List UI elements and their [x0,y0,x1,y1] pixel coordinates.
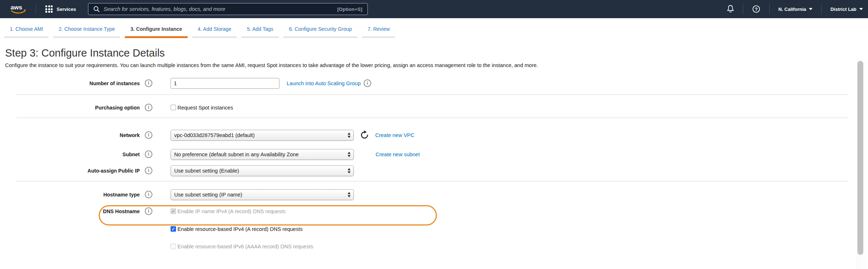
info-icon[interactable] [145,191,152,198]
auto-assign-public-ip-label: Auto-assign Public IP [0,168,140,174]
nav-divider [821,4,822,14]
dns-hostname-label: DNS Hostname [0,208,140,214]
number-of-instances-input[interactable] [171,78,279,89]
region-selector[interactable]: N. California [778,7,813,12]
global-search-input[interactable]: Search for services, features, blogs, do… [88,3,368,15]
hostname-type-select-value: Use subnet setting (IP name) [174,192,344,198]
request-spot-instances-checkbox[interactable] [171,105,176,110]
enable-resource-based-ipv6-checkbox [171,244,176,249]
hostname-type-label: Hostname type [0,192,140,198]
info-icon[interactable] [145,167,152,174]
section-divider [16,94,848,95]
account-label: District Lab [830,7,856,12]
region-label: N. California [778,7,806,12]
enable-ip-name-ipv4-label: Enable IP name IPv4 (A record) DNS reque… [177,208,286,214]
network-row: Network vpc-0d033d287579eabd1 (default) … [0,129,868,141]
request-spot-instances-label: Request Spot instances [177,105,233,111]
chevron-down-icon [859,8,863,10]
info-icon[interactable] [145,79,152,87]
tab-add-tags[interactable]: 5. Add Tags [241,26,279,38]
hostname-type-select[interactable]: Use subnet setting (IP name) [171,189,354,200]
page-title: Step 3: Configure Instance Details [5,47,868,59]
tab-choose-ami[interactable]: 1. Choose AMI [4,26,49,38]
nav-divider [36,4,36,14]
configure-instance-form: Number of instances Launch into Auto Sca… [0,78,868,251]
dns-hostname-row-3: Enable resource-based IPv6 (AAAA record)… [0,243,868,251]
svg-text:?: ? [755,7,758,12]
network-label: Network [0,132,140,138]
launch-into-auto-scaling-group-link[interactable]: Launch into Auto Scaling Group [287,80,361,86]
aws-logo[interactable]: aws [9,3,27,15]
purchasing-option-label: Purchasing option [0,105,140,111]
account-menu[interactable]: District Lab [830,7,863,12]
info-icon[interactable] [145,150,152,158]
network-select[interactable]: vpc-0d033d287579eabd1 (default) [171,130,354,141]
search-shortcut-hint: [Option+S] [337,7,362,12]
tab-configure-security-group[interactable]: 6. Configure Security Group [283,26,357,38]
info-icon[interactable] [364,79,371,87]
select-arrows-icon [348,192,351,197]
subnet-select[interactable]: No preference (default subnet in any Ava… [171,149,354,160]
enable-resource-based-ipv4-checkbox[interactable] [171,226,176,232]
enable-resource-based-ipv4-label: Enable resource-based IPv4 (A record) DN… [177,226,303,232]
auto-assign-public-ip-row: Auto-assign Public IP Use subnet setting… [0,165,868,177]
services-grid-icon[interactable] [45,5,53,13]
info-icon[interactable] [145,207,152,215]
tab-choose-instance-type[interactable]: 2. Choose Instance Type [53,26,120,38]
search-placeholder: Search for services, features, blogs, do… [104,6,225,12]
wizard-step-tabs: 1. Choose AMI 2. Choose Instance Type 3.… [0,18,868,38]
section-divider [16,181,848,182]
nav-right-group: ? N. California District Lab [726,4,868,14]
create-new-subnet-link[interactable]: Create new subnet [376,152,420,157]
tab-review[interactable]: 7. Review [362,26,395,38]
dns-hostname-row: DNS Hostname Enable IP name IPv4 (A reco… [0,207,868,215]
enable-resource-based-ipv6-label: Enable resource-based IPv6 (AAAA record)… [177,244,313,249]
number-of-instances-label: Number of instances [0,80,140,86]
svg-text:aws: aws [11,4,22,11]
network-select-value: vpc-0d033d287579eabd1 (default) [174,132,344,138]
chevron-down-icon [809,8,812,10]
create-new-vpc-link[interactable]: Create new VPC [375,132,414,138]
tab-configure-instance[interactable]: 3. Configure Instance [125,26,187,38]
select-arrows-icon [348,132,351,138]
vertical-scrollbar-thumb[interactable] [857,61,863,255]
services-menu[interactable]: Services [57,7,76,12]
hostname-type-row: Hostname type Use subnet setting (IP nam… [0,189,868,200]
refresh-icon[interactable] [360,130,369,140]
dns-hostname-row-2: Enable resource-based IPv4 (A record) DN… [0,225,868,233]
info-icon[interactable] [145,131,152,139]
subnet-row: Subnet No preference (default subnet in … [0,149,868,160]
subnet-select-value: No preference (default subnet in any Ava… [174,152,344,157]
auto-assign-public-ip-select-value: Use subnet setting (Enable) [174,168,344,174]
auto-assign-public-ip-select[interactable]: Use subnet setting (Enable) [171,165,354,176]
select-arrows-icon [348,152,351,157]
info-icon[interactable] [145,104,152,111]
notifications-bell-icon[interactable] [726,4,735,14]
search-icon [93,5,100,13]
tab-add-storage[interactable]: 4. Add Storage [192,26,237,38]
enable-ip-name-ipv4-checkbox [171,208,176,214]
subnet-label: Subnet [0,152,140,157]
page-description: Configure the instance to suit your requ… [5,62,868,68]
select-arrows-icon [348,168,351,173]
section-divider [16,117,848,118]
help-icon[interactable]: ? [752,5,761,13]
nav-divider [743,4,743,14]
number-of-instances-row: Number of instances Launch into Auto Sca… [0,78,868,89]
nav-divider [769,4,770,14]
purchasing-option-row: Purchasing option Request Spot instances [0,104,868,112]
top-navigation-bar: aws Services Search for services, featur… [0,0,868,18]
